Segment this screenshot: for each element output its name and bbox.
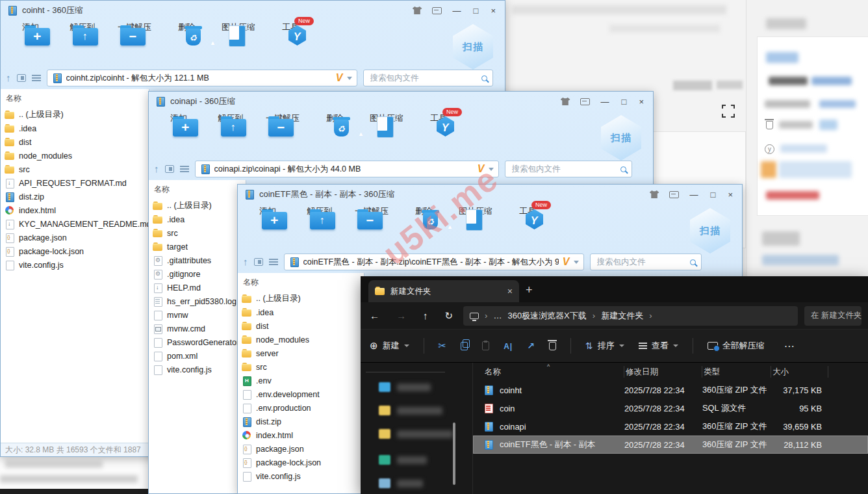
toolbar-button[interactable]: 添加 (153, 111, 205, 158)
file-item[interactable]: dist.zip (5, 190, 149, 203)
close-tab-icon[interactable] (507, 286, 513, 296)
toolbar-button[interactable]: 删除 (398, 204, 450, 251)
file-item[interactable]: PasswordGenerator. (153, 335, 246, 349)
file-item[interactable]: .. (上级目录) (153, 199, 246, 213)
panel-view-icon[interactable] (17, 74, 26, 82)
chevron-down-icon[interactable] (347, 77, 352, 80)
refresh-icon[interactable] (445, 310, 453, 322)
new-button[interactable]: 新建 (370, 340, 409, 352)
close-button[interactable]: × (489, 6, 497, 15)
toolbar-button[interactable]: New 工具 (502, 204, 554, 251)
file-item[interactable]: hs_err_pid5380.log (153, 294, 246, 308)
search-input[interactable] (369, 73, 478, 83)
column-header-type[interactable]: 类型 (702, 366, 771, 378)
column-header-date[interactable]: 修改日期 (624, 366, 702, 378)
up-icon[interactable] (423, 310, 428, 321)
search-box[interactable] (363, 70, 493, 86)
feedback-icon[interactable] (432, 7, 442, 14)
feedback-icon[interactable] (669, 191, 679, 198)
table-row[interactable]: coinht 2025/7/28 22:34 360压缩 ZIP 文件 37,1… (473, 381, 868, 399)
toolbar-button[interactable]: 图片压缩 (212, 20, 264, 67)
search-icon[interactable] (690, 259, 696, 265)
table-row[interactable]: coinapi 2025/7/28 22:34 360压缩 ZIP 文件 39,… (473, 417, 868, 436)
file-item[interactable]: package.json (5, 231, 149, 244)
maximize-button[interactable]: □ (709, 190, 717, 199)
breadcrumb-item[interactable]: 新建文件夹 (601, 310, 652, 322)
file-item[interactable]: index.html (5, 203, 149, 217)
file-item[interactable]: pom.xml (153, 349, 246, 363)
file-item[interactable]: .gitignore (153, 267, 246, 281)
file-item[interactable]: KYC_MANAGEMENT_README.md (5, 217, 149, 231)
file-item[interactable]: API_REQUEST_FORMAT.md (5, 176, 149, 190)
search-icon[interactable] (481, 75, 487, 81)
delete-icon[interactable] (549, 342, 556, 350)
rename-icon[interactable] (504, 341, 513, 351)
file-item[interactable]: .gitattributes (153, 254, 246, 267)
new-tab-icon[interactable] (526, 283, 533, 297)
breadcrumb[interactable]: 360极速浏览器X下载 新建文件夹 (463, 306, 798, 326)
toolbar-button[interactable]: 添加 (5, 20, 57, 67)
file-item[interactable]: index.html (242, 428, 364, 442)
trash-icon[interactable] (766, 121, 773, 129)
chevron-down-icon[interactable] (574, 261, 579, 264)
address-input[interactable]: coinETF黑色 - 副本 - 副本.zip\coinETF黑色 - 副本 -… (284, 254, 584, 270)
expand-arrows-icon[interactable] (720, 103, 737, 120)
up-arrow-icon[interactable] (154, 163, 159, 175)
minimize-button[interactable]: — (452, 6, 463, 15)
file-item[interactable]: src (242, 360, 364, 374)
titlebar[interactable]: coinapi - 360压缩 — □ × (149, 92, 653, 111)
sort-button[interactable]: 排序 (585, 340, 624, 352)
search-box[interactable] (590, 254, 702, 270)
explorer-sidebar[interactable] (361, 363, 473, 494)
titlebar[interactable]: coinETF黑色 - 副本 - 副本 - 360压缩 — □ × (238, 185, 742, 204)
column-header-name[interactable]: 名称 ^ (483, 366, 624, 378)
column-header-name[interactable]: 名称 (153, 182, 246, 199)
toolbar-button[interactable]: 一键解压 (346, 204, 398, 251)
table-row[interactable]: coin 2025/7/28 22:34 SQL 源文件 95 KB (473, 399, 868, 417)
file-item[interactable]: .idea (153, 213, 246, 226)
file-item[interactable]: vite.config.js (5, 258, 149, 272)
forward-icon[interactable] (396, 310, 406, 321)
copy-icon[interactable] (461, 342, 468, 350)
file-item[interactable]: package-lock.json (5, 244, 149, 258)
address-input[interactable]: coinapi.zip\coinapi - 解包大小为 44.0 MB V (195, 161, 499, 177)
minimize-button[interactable]: — (689, 190, 700, 199)
file-item[interactable]: .idea (242, 306, 364, 319)
file-item[interactable]: .idea (5, 122, 149, 135)
breadcrumb-item[interactable]: 360极速浏览器X下载 (507, 310, 595, 322)
extract-all-button[interactable]: 全部解压缩 (708, 340, 765, 352)
up-arrow-icon[interactable] (6, 72, 11, 84)
file-item[interactable]: mvnw.cmd (153, 322, 246, 335)
breadcrumb-ellipsis[interactable] (493, 311, 502, 320)
toolbar-button[interactable]: 一键解压 (108, 20, 160, 67)
share-icon[interactable] (527, 341, 535, 351)
toolbar-button[interactable]: 解压到 (294, 204, 346, 251)
theme-shirt-icon[interactable] (650, 190, 659, 198)
file-item[interactable]: package-lock.json (242, 456, 364, 469)
file-item[interactable]: HELP.md (153, 281, 246, 294)
maximize-button[interactable]: □ (620, 98, 628, 106)
toolbar-button[interactable]: 图片压缩 (450, 204, 502, 251)
this-pc-icon[interactable] (470, 313, 479, 319)
back-icon[interactable] (370, 310, 379, 321)
table-row[interactable]: coinETF黑色 - 副本 - 副本 2025/7/28 22:34 360压… (473, 436, 868, 454)
file-item[interactable]: mvnw (153, 308, 246, 322)
file-item[interactable]: .env (242, 374, 364, 387)
scan-badge[interactable]: 扫描 (690, 208, 730, 254)
file-item[interactable]: server (242, 346, 364, 360)
list-view-icon[interactable] (32, 75, 41, 81)
column-header-size[interactable]: 大小 (771, 366, 828, 378)
up-arrow-icon[interactable] (243, 256, 248, 268)
minimize-button[interactable]: — (600, 98, 611, 106)
file-item[interactable]: dist (242, 319, 364, 333)
file-item[interactable]: .env.development (242, 387, 364, 401)
scan-badge[interactable]: 扫描 (601, 115, 641, 161)
search-input[interactable] (596, 257, 686, 267)
view-button[interactable]: 查看 (639, 340, 678, 352)
toolbar-button[interactable]: New 工具 (264, 20, 316, 67)
panel-view-icon[interactable] (254, 258, 263, 266)
file-item[interactable]: .. (上级目录) (5, 108, 149, 122)
toolbar-button[interactable]: New 工具 (413, 111, 465, 158)
titlebar[interactable]: coinht - 360压缩 — □ × (1, 1, 505, 20)
search-box[interactable] (505, 161, 632, 177)
